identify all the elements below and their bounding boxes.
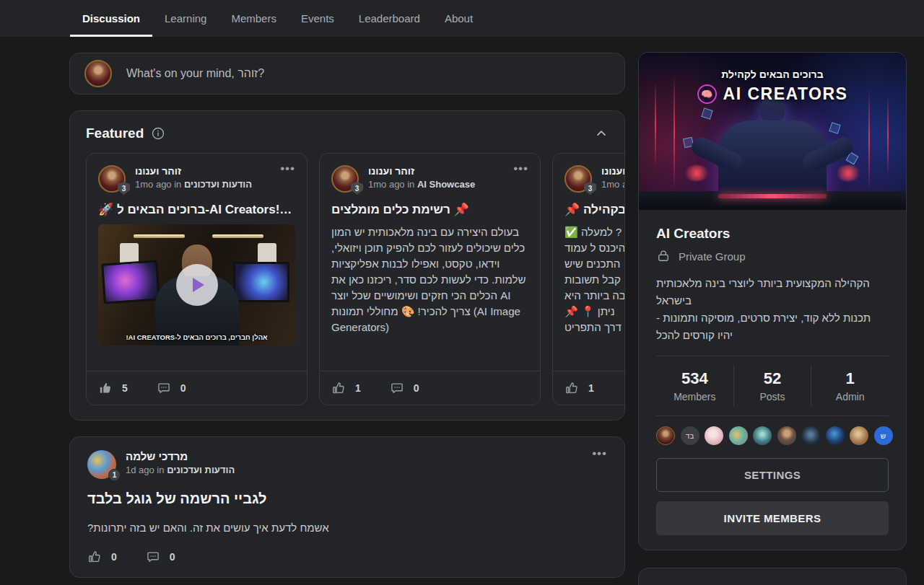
post-title[interactable]: 🚀 ברוכים הבאים ל-AI Creators! קהילת היוצ… [98,202,295,217]
comment-icon [157,381,171,395]
stat-admins[interactable]: 1 Admin [811,365,889,407]
post-date: 1mo ago in [135,179,181,190]
comment-icon [146,550,160,564]
featured-card-orientation[interactable]: 3 זוהר וענונו 1mo ago in 📌 איך להתמצא בק… [552,153,624,405]
comment-button[interactable]: 0 [390,381,419,395]
featured-title: Featured [86,126,144,141]
author-avatar[interactable]: 3 [98,165,126,193]
body-line: ✅ למעלה ? [565,224,624,240]
featured-card-welcome[interactable]: 3 זוהר וענונו 1mo ago in הודעות ועדכונים… [86,153,308,405]
thumbs-up-icon [87,550,102,564]
like-count: 1 [588,382,594,394]
member-avatar[interactable]: ש [874,426,893,445]
stat-value: 534 [656,369,733,388]
settings-button[interactable]: SETTINGS [656,458,889,492]
body-line: היכנס ל עמוד [565,240,624,256]
comment-button[interactable]: 0 [146,550,175,564]
member-avatar[interactable]: בד [681,426,699,445]
sidebar: ברוכים הבאים לקהילת 🧠 AI CREATORS AI Cre… [638,52,907,585]
member-avatar[interactable] [753,426,772,445]
member-avatar[interactable] [705,426,723,445]
member-avatar[interactable] [850,426,868,445]
post-category[interactable]: הודעות ועדכונים [167,465,235,475]
member-avatar[interactable] [801,426,820,445]
cover-welcome-text: ברוכים הבאים לקהילת [639,69,906,80]
tab-label: Members [231,12,276,25]
lock-icon [656,249,671,263]
thumbs-up-icon [98,381,113,395]
body-line: דרך התפריט [565,320,624,335]
feed-post[interactable]: 1 מרדכי שלמה 1d ago in הודעות ועדכונים •… [69,436,625,578]
like-button[interactable]: 0 [87,550,117,564]
current-user-avatar[interactable] [84,60,112,87]
author-name[interactable]: זוהר וענונו [135,165,252,177]
comment-count: 0 [414,382,419,394]
post-title[interactable]: רשימת כלים מומלצים 📌 [331,202,528,217]
member-avatar[interactable] [777,426,796,445]
level-badge: 3 [584,182,596,195]
author-avatar[interactable]: 3 [331,165,359,193]
tab-members[interactable]: Members [219,0,289,37]
tab-label: Leaderboard [359,12,420,25]
author-name[interactable]: זוהר וענונו [601,165,624,177]
tab-about[interactable]: About [432,0,485,37]
studio-light [134,234,185,238]
post-title[interactable]: 📌 איך להתמצא בקהילה [565,202,624,217]
post-actions: 0 0 [87,550,607,564]
studio-light [212,234,263,238]
post-category[interactable]: AI Showcase [417,179,475,190]
featured-carousel: 3 זוהר וענונו 1mo ago in הודעות ועדכונים… [86,153,624,405]
member-initials: בד [686,432,694,440]
featured-card-tools[interactable]: 3 זוהר וענונו 1mo ago in AI Showcase •••… [319,153,541,405]
community-stats: 534 Members 52 Posts 1 Admin [656,356,889,415]
community-card: ברוכים הבאים לקהילת 🧠 AI CREATORS AI Cre… [638,52,907,550]
tab-discussion[interactable]: Discussion [70,0,152,37]
post-body: בעולם היצירה עם בינה מלאכותית יש המון כל… [331,224,528,335]
body-line: קבל תשובות [565,272,624,288]
stat-posts[interactable]: 52 Posts [733,365,811,407]
post-actions: 1 0 [320,371,540,405]
community-description: הקהילה המקצועית ביותר ליוצרי בינה מלאכות… [656,275,889,344]
tab-leaderboard[interactable]: Leaderboard [346,0,432,37]
post-header: 3 זוהר וענונו 1mo ago in AI Showcase ••• [320,154,540,193]
chevron-up-icon[interactable] [594,126,609,141]
author-avatar[interactable]: 1 [87,450,116,479]
post-menu-icon[interactable]: ••• [592,450,607,479]
comment-count: 0 [170,551,175,563]
info-icon[interactable] [151,126,165,141]
monitor-right [233,262,289,302]
like-button[interactable]: 5 [98,381,128,395]
author-avatar[interactable]: 3 [565,165,592,193]
featured-section: Featured 3 זוהר וענונו 1mo ago in הוד [69,110,625,421]
body-line: 📌 📍 ניתן [565,304,624,320]
post-body: ✅ למעלה ? היכנס ל עמוד התכנים שיש קבל תש… [565,224,624,335]
tab-label: About [445,12,473,25]
like-button[interactable]: 1 [565,381,594,395]
composer-prompt[interactable]: What's on your mind, זוהר? [126,67,264,80]
tab-learning[interactable]: Learning [152,0,219,37]
author-name[interactable]: זוהר וענונו [368,165,475,177]
cover-logo-text: AI CREATORS [723,84,848,104]
member-avatars-row: בד ש [656,416,889,447]
featured-header: Featured [70,126,624,141]
like-button[interactable]: 1 [331,381,361,395]
post-category[interactable]: הודעות ועדכונים [184,179,252,190]
top-nav: Discussion Learning Members Events Leade… [0,0,924,37]
member-avatar[interactable] [656,426,675,445]
member-avatar[interactable] [729,426,748,445]
video-thumbnail[interactable]: אהלן חברים, ברוכים הבאים ל-AI CREATORS! [98,224,295,346]
member-avatar[interactable] [826,426,845,445]
post-menu-icon[interactable]: ••• [280,165,295,193]
stat-members[interactable]: 534 Members [656,365,733,407]
post-menu-icon[interactable]: ••• [513,165,528,193]
post-composer[interactable]: What's on your mind, זוהר? [69,53,625,94]
invite-members-button[interactable]: INVITE MEMBERS [656,501,889,535]
tab-events[interactable]: Events [289,0,346,37]
privacy-label: Private Group [679,250,746,263]
comment-button[interactable]: 0 [157,381,186,395]
body-line: התכנים שיש [565,256,624,272]
author-name[interactable]: מרדכי שלמה [126,450,235,462]
post-title[interactable]: לגביי הרשמה של גוגל בלבד [87,491,607,507]
play-button[interactable] [176,264,218,306]
post-meta: 1mo ago in AI Showcase [368,179,475,190]
